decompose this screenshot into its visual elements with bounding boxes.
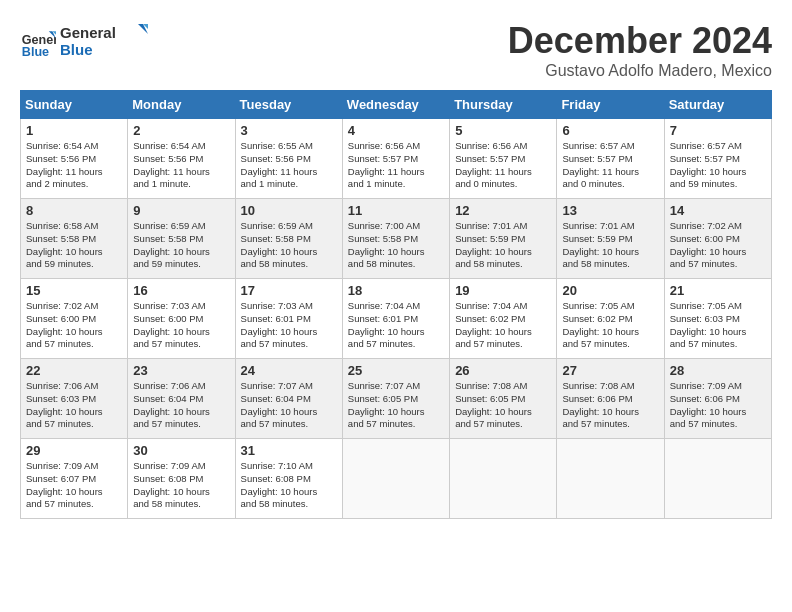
cell-info: Sunrise: 7:05 AMSunset: 6:02 PMDaylight:… — [562, 300, 658, 351]
day-number: 14 — [670, 203, 766, 218]
logo-svg: General Blue — [60, 20, 150, 60]
day-number: 29 — [26, 443, 122, 458]
calendar-cell: 31Sunrise: 7:10 AMSunset: 6:08 PMDayligh… — [235, 439, 342, 519]
cell-info: Sunrise: 7:09 AMSunset: 6:08 PMDaylight:… — [133, 460, 229, 511]
calendar-cell: 23Sunrise: 7:06 AMSunset: 6:04 PMDayligh… — [128, 359, 235, 439]
day-number: 5 — [455, 123, 551, 138]
cell-info: Sunrise: 7:09 AMSunset: 6:06 PMDaylight:… — [670, 380, 766, 431]
calendar-header-row: SundayMondayTuesdayWednesdayThursdayFrid… — [21, 91, 772, 119]
calendar-cell: 1Sunrise: 6:54 AMSunset: 5:56 PMDaylight… — [21, 119, 128, 199]
day-number: 1 — [26, 123, 122, 138]
calendar-cell: 25Sunrise: 7:07 AMSunset: 6:05 PMDayligh… — [342, 359, 449, 439]
day-header-tuesday: Tuesday — [235, 91, 342, 119]
day-header-sunday: Sunday — [21, 91, 128, 119]
day-number: 28 — [670, 363, 766, 378]
cell-info: Sunrise: 6:56 AMSunset: 5:57 PMDaylight:… — [348, 140, 444, 191]
day-number: 25 — [348, 363, 444, 378]
month-title: December 2024 — [508, 20, 772, 62]
day-number: 16 — [133, 283, 229, 298]
logo: General Blue General Blue — [20, 20, 150, 64]
day-number: 11 — [348, 203, 444, 218]
day-number: 30 — [133, 443, 229, 458]
calendar-cell: 17Sunrise: 7:03 AMSunset: 6:01 PMDayligh… — [235, 279, 342, 359]
day-number: 20 — [562, 283, 658, 298]
day-number: 22 — [26, 363, 122, 378]
cell-info: Sunrise: 7:02 AMSunset: 6:00 PMDaylight:… — [26, 300, 122, 351]
calendar-week-row: 29Sunrise: 7:09 AMSunset: 6:07 PMDayligh… — [21, 439, 772, 519]
cell-info: Sunrise: 6:58 AMSunset: 5:58 PMDaylight:… — [26, 220, 122, 271]
cell-info: Sunrise: 6:54 AMSunset: 5:56 PMDaylight:… — [26, 140, 122, 191]
calendar-body: 1Sunrise: 6:54 AMSunset: 5:56 PMDaylight… — [21, 119, 772, 519]
day-number: 27 — [562, 363, 658, 378]
calendar-week-row: 1Sunrise: 6:54 AMSunset: 5:56 PMDaylight… — [21, 119, 772, 199]
cell-info: Sunrise: 7:07 AMSunset: 6:04 PMDaylight:… — [241, 380, 337, 431]
calendar-cell: 9Sunrise: 6:59 AMSunset: 5:58 PMDaylight… — [128, 199, 235, 279]
calendar-cell: 16Sunrise: 7:03 AMSunset: 6:00 PMDayligh… — [128, 279, 235, 359]
calendar-cell: 5Sunrise: 6:56 AMSunset: 5:57 PMDaylight… — [450, 119, 557, 199]
day-number: 2 — [133, 123, 229, 138]
calendar-cell: 21Sunrise: 7:05 AMSunset: 6:03 PMDayligh… — [664, 279, 771, 359]
day-header-saturday: Saturday — [664, 91, 771, 119]
calendar-cell: 2Sunrise: 6:54 AMSunset: 5:56 PMDaylight… — [128, 119, 235, 199]
calendar-cell: 10Sunrise: 6:59 AMSunset: 5:58 PMDayligh… — [235, 199, 342, 279]
day-number: 7 — [670, 123, 766, 138]
day-number: 3 — [241, 123, 337, 138]
calendar-cell — [450, 439, 557, 519]
cell-info: Sunrise: 7:01 AMSunset: 5:59 PMDaylight:… — [455, 220, 551, 271]
day-number: 31 — [241, 443, 337, 458]
calendar-cell: 27Sunrise: 7:08 AMSunset: 6:06 PMDayligh… — [557, 359, 664, 439]
cell-info: Sunrise: 7:00 AMSunset: 5:58 PMDaylight:… — [348, 220, 444, 271]
page-header: General Blue General Blue December 2024 … — [20, 20, 772, 80]
calendar-cell: 14Sunrise: 7:02 AMSunset: 6:00 PMDayligh… — [664, 199, 771, 279]
cell-info: Sunrise: 6:59 AMSunset: 5:58 PMDaylight:… — [241, 220, 337, 271]
cell-info: Sunrise: 7:10 AMSunset: 6:08 PMDaylight:… — [241, 460, 337, 511]
calendar-cell: 8Sunrise: 6:58 AMSunset: 5:58 PMDaylight… — [21, 199, 128, 279]
cell-info: Sunrise: 6:57 AMSunset: 5:57 PMDaylight:… — [562, 140, 658, 191]
calendar-cell — [342, 439, 449, 519]
day-number: 17 — [241, 283, 337, 298]
calendar-cell: 13Sunrise: 7:01 AMSunset: 5:59 PMDayligh… — [557, 199, 664, 279]
cell-info: Sunrise: 7:08 AMSunset: 6:06 PMDaylight:… — [562, 380, 658, 431]
calendar-week-row: 22Sunrise: 7:06 AMSunset: 6:03 PMDayligh… — [21, 359, 772, 439]
calendar-cell: 6Sunrise: 6:57 AMSunset: 5:57 PMDaylight… — [557, 119, 664, 199]
title-block: December 2024 Gustavo Adolfo Madero, Mex… — [508, 20, 772, 80]
cell-info: Sunrise: 7:08 AMSunset: 6:05 PMDaylight:… — [455, 380, 551, 431]
calendar-cell: 30Sunrise: 7:09 AMSunset: 6:08 PMDayligh… — [128, 439, 235, 519]
calendar-cell: 22Sunrise: 7:06 AMSunset: 6:03 PMDayligh… — [21, 359, 128, 439]
calendar-cell: 18Sunrise: 7:04 AMSunset: 6:01 PMDayligh… — [342, 279, 449, 359]
calendar-cell: 24Sunrise: 7:07 AMSunset: 6:04 PMDayligh… — [235, 359, 342, 439]
day-number: 13 — [562, 203, 658, 218]
calendar-week-row: 8Sunrise: 6:58 AMSunset: 5:58 PMDaylight… — [21, 199, 772, 279]
calendar-cell: 15Sunrise: 7:02 AMSunset: 6:00 PMDayligh… — [21, 279, 128, 359]
day-number: 6 — [562, 123, 658, 138]
cell-info: Sunrise: 6:55 AMSunset: 5:56 PMDaylight:… — [241, 140, 337, 191]
location-subtitle: Gustavo Adolfo Madero, Mexico — [508, 62, 772, 80]
day-number: 24 — [241, 363, 337, 378]
day-header-thursday: Thursday — [450, 91, 557, 119]
cell-info: Sunrise: 7:07 AMSunset: 6:05 PMDaylight:… — [348, 380, 444, 431]
cell-info: Sunrise: 7:03 AMSunset: 6:00 PMDaylight:… — [133, 300, 229, 351]
cell-info: Sunrise: 7:06 AMSunset: 6:04 PMDaylight:… — [133, 380, 229, 431]
day-number: 9 — [133, 203, 229, 218]
cell-info: Sunrise: 7:01 AMSunset: 5:59 PMDaylight:… — [562, 220, 658, 271]
day-number: 4 — [348, 123, 444, 138]
cell-info: Sunrise: 7:04 AMSunset: 6:02 PMDaylight:… — [455, 300, 551, 351]
calendar-cell: 28Sunrise: 7:09 AMSunset: 6:06 PMDayligh… — [664, 359, 771, 439]
cell-info: Sunrise: 7:02 AMSunset: 6:00 PMDaylight:… — [670, 220, 766, 271]
calendar-cell: 4Sunrise: 6:56 AMSunset: 5:57 PMDaylight… — [342, 119, 449, 199]
calendar-cell: 29Sunrise: 7:09 AMSunset: 6:07 PMDayligh… — [21, 439, 128, 519]
day-header-wednesday: Wednesday — [342, 91, 449, 119]
cell-info: Sunrise: 7:09 AMSunset: 6:07 PMDaylight:… — [26, 460, 122, 511]
svg-text:Blue: Blue — [60, 41, 93, 58]
day-number: 26 — [455, 363, 551, 378]
calendar-cell: 26Sunrise: 7:08 AMSunset: 6:05 PMDayligh… — [450, 359, 557, 439]
cell-info: Sunrise: 6:57 AMSunset: 5:57 PMDaylight:… — [670, 140, 766, 191]
calendar-cell — [557, 439, 664, 519]
day-number: 18 — [348, 283, 444, 298]
day-number: 12 — [455, 203, 551, 218]
day-number: 15 — [26, 283, 122, 298]
cell-info: Sunrise: 7:06 AMSunset: 6:03 PMDaylight:… — [26, 380, 122, 431]
calendar-cell: 11Sunrise: 7:00 AMSunset: 5:58 PMDayligh… — [342, 199, 449, 279]
calendar-cell: 7Sunrise: 6:57 AMSunset: 5:57 PMDaylight… — [664, 119, 771, 199]
day-header-friday: Friday — [557, 91, 664, 119]
